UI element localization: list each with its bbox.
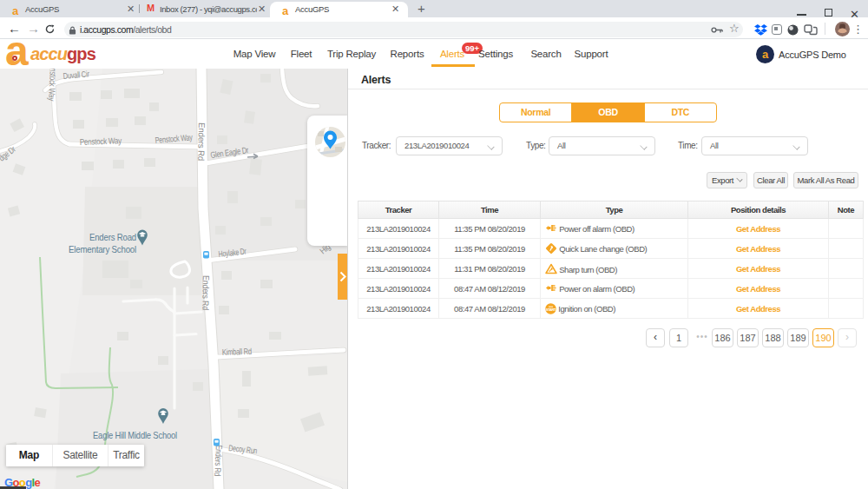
svg-text:Enders Rd: Enders Rd	[213, 445, 224, 477]
svg-text:Enders Rd: Enders Rd	[196, 122, 207, 161]
svg-text:Enders Rd: Enders Rd	[201, 275, 211, 310]
svg-text:Enders Road: Enders Road	[89, 232, 136, 242]
svg-text:Eagle Hill Middle School: Eagle Hill Middle School	[93, 430, 177, 440]
svg-text:Penstock Way: Penstock Way	[80, 135, 122, 147]
svg-text:Kimball Rd: Kimball Rd	[222, 347, 252, 357]
svg-text:nstock Way: nstock Way	[47, 69, 58, 102]
svg-text:Elementary School: Elementary School	[69, 244, 136, 254]
svg-text:START: START	[546, 307, 556, 311]
